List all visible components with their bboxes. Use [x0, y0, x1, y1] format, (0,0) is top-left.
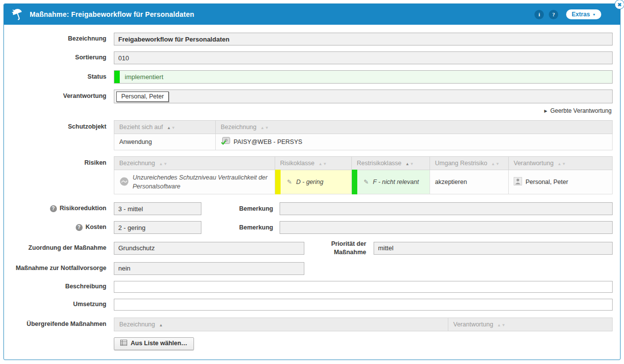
help-icon[interactable]: ? — [76, 224, 83, 231]
sort-icon: ▲▼ — [318, 162, 327, 166]
status-value: implementiert — [120, 71, 163, 83]
geerbte-verantwortung-label: Geerbte Verantwortung — [550, 107, 612, 114]
form-content: Bezeichnung Sortierung Status implementi… — [4, 25, 620, 350]
person-chip[interactable]: Personal, Peter — [116, 91, 169, 102]
info-button[interactable]: i — [534, 10, 544, 19]
application-icon — [221, 137, 230, 147]
kosten-bemerkung-input[interactable] — [280, 221, 613, 234]
column-label: Bezeichnung — [119, 321, 155, 328]
status-color-indicator — [114, 71, 120, 83]
column-label: Bezeichnung — [119, 160, 155, 167]
column-header-risikoklasse[interactable]: Risikoklasse▲▼ — [275, 157, 352, 170]
schutzobjekt-typ-cell[interactable]: Anwendung — [114, 134, 216, 150]
column-label: Bezieht sich auf — [119, 124, 163, 131]
sort-icon: ▲ — [159, 323, 163, 327]
help-icon[interactable]: ? — [50, 205, 57, 212]
risikoklasse-cell[interactable]: ✎ D - gering — [275, 170, 352, 194]
notfallvorsorge-label: Maßnahme zur Notfallvorsorge — [4, 265, 114, 273]
row-sortierung: Sortierung — [4, 51, 613, 64]
person-icon — [514, 177, 522, 187]
risiko-bezeichnung-cell[interactable]: Unzureichendes Schutzniveau Vertraulichk… — [114, 170, 275, 194]
risikoreduktion-label-text: Risikoreduktion — [60, 205, 106, 213]
bezeichnung-label: Bezeichnung — [4, 35, 114, 43]
sortierung-label: Sortierung — [4, 54, 114, 62]
verantwortung-label: Verantwortung — [4, 92, 114, 100]
bezeichnung-input[interactable] — [114, 33, 613, 46]
column-header-umgang-restrisiko[interactable]: Umgang Restrisiko▲▼ — [430, 157, 509, 170]
risikoreduktion-input[interactable] — [114, 202, 201, 215]
zuordnung-input[interactable] — [114, 242, 304, 255]
umgang-restrisiko-cell[interactable]: akzeptieren — [430, 170, 509, 194]
column-header-verantwortung[interactable]: Verantwortung▲▼ — [448, 318, 613, 331]
kosten-label: ? Kosten — [4, 224, 114, 231]
prioritaet-input[interactable] — [374, 242, 613, 255]
geerbte-verantwortung-link[interactable]: ▶ Geerbte Verantwortung — [544, 107, 612, 114]
row-zuordnung: Zuordnung der Maßnahme Priorität der Maß… — [4, 240, 613, 256]
list-icon — [120, 340, 127, 347]
risiko-row[interactable]: Unzureichendes Schutzniveau Vertraulichk… — [114, 170, 613, 194]
extras-label: Extras — [572, 11, 590, 18]
column-label: Verantwortung — [453, 321, 493, 328]
pencil-icon[interactable]: ✎ — [287, 179, 292, 185]
zuordnung-label: Zuordnung der Maßnahme — [4, 244, 114, 252]
row-verantwortung: Verantwortung Personal, Peter — [4, 90, 613, 103]
sort-icon: ▲▼ — [491, 162, 500, 166]
app-logo-icon — [11, 7, 25, 21]
row-geerbte-verantwortung: ▶ Geerbte Verantwortung — [4, 107, 612, 114]
column-header-bezeichnung[interactable]: Bezeichnung▲ — [114, 318, 448, 331]
row-bezeichnung: Bezeichnung — [4, 33, 613, 46]
column-header-restrisikoklasse[interactable]: Restrisikoklasse▲▼ — [352, 157, 430, 170]
risiken-table: Bezeichnung▲▼ Risikoklasse▲▼ Restrisikok… — [114, 156, 613, 194]
page-title: Maßnahme: Freigabeworkflow für Personald… — [30, 10, 194, 18]
bemerkung-label: Bemerkung — [201, 224, 280, 231]
risikoklasse-value: D - gering — [296, 179, 324, 185]
schutzobjekt-name-cell[interactable]: PAISY@WEB - PERSYS — [216, 134, 613, 150]
verantwortung-field[interactable]: Personal, Peter — [114, 90, 613, 103]
risiken-label: Risiken — [4, 156, 114, 167]
column-header-risiko-verantwortung[interactable]: Verantwortung▲▼ — [509, 157, 613, 170]
chevron-down-icon: ▼ — [592, 13, 596, 16]
column-label: Risikoklasse — [280, 160, 314, 167]
column-label: Umgang Restrisiko — [435, 160, 487, 167]
umsetzung-label: Umsetzung — [4, 301, 114, 309]
restrisikoklasse-value: F - nicht relevant — [373, 179, 419, 185]
beschreibung-input[interactable] — [114, 281, 613, 293]
sortierung-input[interactable] — [114, 51, 613, 64]
risiko-verantwortung-cell[interactable]: Personal, Peter — [509, 170, 613, 194]
umsetzung-input[interactable] — [114, 299, 613, 311]
titlebar: Maßnahme: Freigabeworkflow für Personald… — [4, 4, 620, 25]
sort-icon: ▲▼ — [260, 126, 269, 130]
extras-button[interactable]: Extras ▼ — [566, 9, 601, 19]
sort-icon: ▲▼ — [405, 162, 414, 166]
risiko-verantwortung-name: Personal, Peter — [526, 179, 568, 185]
row-uebergreifende-massnahmen: Übergreifende Maßnahmen Bezeichnung▲ Ver… — [4, 318, 613, 331]
schutzobjekt-row[interactable]: Anwendung — [114, 134, 613, 150]
schutzobjekt-header-row: Bezieht sich auf▲▼ Bezeichnung▲▼ — [114, 121, 613, 134]
column-header-bezieht-sich-auf[interactable]: Bezieht sich auf▲▼ — [114, 121, 216, 134]
help-button[interactable]: ? — [549, 10, 558, 19]
column-label: Bezeichnung — [221, 124, 256, 131]
triangle-right-icon: ▶ — [544, 109, 547, 113]
risiko-name: Unzureichendes Schutzniveau Vertraulichk… — [133, 173, 270, 191]
close-button[interactable]: ✖ — [615, 0, 624, 9]
notfallvorsorge-input[interactable] — [114, 262, 304, 275]
aus-liste-waehlen-button[interactable]: Aus Liste wählen… — [114, 337, 194, 350]
column-header-bezeichnung[interactable]: Bezeichnung▲▼ — [216, 121, 613, 134]
uebergreifend-header-row: Bezeichnung▲ Verantwortung▲▼ — [114, 318, 613, 331]
schutzobjekt-table: Bezieht sich auf▲▼ Bezeichnung▲▼ Anwendu… — [114, 120, 613, 150]
sort-icon: ▲▼ — [159, 162, 168, 166]
risikoreduktion-bemerkung-input[interactable] — [280, 202, 613, 215]
sort-icon: ▲▼ — [558, 162, 567, 166]
kosten-label-text: Kosten — [86, 224, 106, 231]
risk-icon — [119, 177, 129, 188]
kosten-input[interactable] — [114, 221, 201, 234]
row-notfallvorsorge: Maßnahme zur Notfallvorsorge — [4, 262, 613, 275]
row-status: Status implementiert — [4, 70, 613, 84]
restrisikoklasse-cell[interactable]: ✎ F - nicht relevant — [352, 170, 430, 194]
column-header-risiko-bezeichnung[interactable]: Bezeichnung▲▼ — [114, 157, 275, 170]
status-field[interactable]: implementiert — [114, 70, 613, 84]
pencil-icon[interactable]: ✎ — [364, 179, 369, 185]
uebergreifende-massnahmen-label: Übergreifende Maßnahmen — [4, 318, 114, 328]
row-schutzobjekt: Schutzobjekt Bezieht sich auf▲▼ Bezeichn… — [4, 120, 613, 150]
app-window: Maßnahme: Freigabeworkflow für Personald… — [3, 3, 621, 360]
